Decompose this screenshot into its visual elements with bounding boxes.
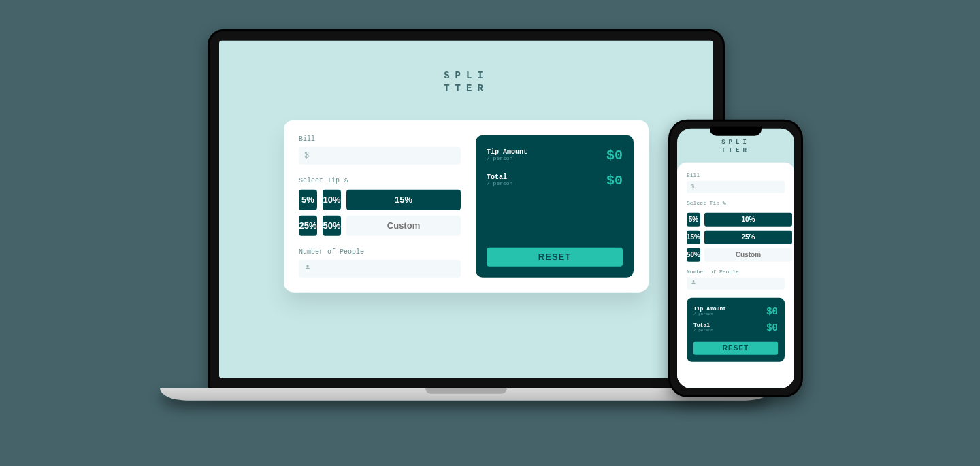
dollar-icon: $: [691, 184, 694, 190]
logo-line-2: TTER: [444, 82, 489, 96]
people-label-mobile: Number of People: [687, 269, 785, 275]
tip-amount-row: Tip Amount / person $0: [487, 147, 623, 163]
tip-amount-row-mobile: Tip Amount / person $0: [693, 306, 778, 317]
results-panel: Tip Amount / person $0 Total / person $0…: [476, 135, 634, 277]
bill-input[interactable]: $: [299, 146, 461, 164]
bill-label: Bill: [299, 135, 461, 142]
tip-option-25-mobile[interactable]: 25%: [704, 231, 792, 244]
tip-amount-sub-mobile: / person: [693, 312, 726, 317]
results-panel-mobile: Tip Amount / person $0 Total / person $0…: [687, 298, 785, 362]
phone-screen: SPLI TTER Bill $ Select Tip % 5% 10% 15%…: [677, 128, 794, 388]
reset-button[interactable]: RESET: [487, 247, 623, 266]
tip-custom-input-mobile[interactable]: [704, 248, 792, 262]
total-value: $0: [606, 172, 623, 188]
phone-bezel: SPLI TTER Bill $ Select Tip % 5% 10% 15%…: [668, 119, 803, 397]
logo-line-1-mobile: SPLI: [677, 137, 794, 146]
tip-amount-value: $0: [606, 147, 623, 163]
tip-option-5-mobile[interactable]: 5%: [687, 213, 700, 227]
people-input-mobile[interactable]: [687, 278, 785, 290]
phone-notch: [710, 126, 762, 135]
bill-label-mobile: Bill: [687, 172, 785, 178]
tip-amount-value-mobile: $0: [766, 306, 778, 317]
tip-option-10-mobile[interactable]: 10%: [704, 213, 792, 227]
app-logo-mobile: SPLI TTER: [677, 137, 794, 154]
person-icon: [304, 263, 311, 273]
laptop-bezel: SPLI TTER Bill $ Select Tip % 5% 10% 15%: [208, 29, 725, 389]
phone-device: SPLI TTER Bill $ Select Tip % 5% 10% 15%…: [668, 119, 803, 397]
app-logo: SPLI TTER: [444, 69, 489, 95]
calculator-card-mobile: Bill $ Select Tip % 5% 10% 15% 25% 50% N…: [677, 163, 794, 388]
tip-options-mobile: 5% 10% 15% 25% 50%: [687, 213, 785, 262]
inputs-panel: Bill $ Select Tip % 5% 10% 15% 25% 50%: [299, 135, 461, 277]
tip-amount-sub: / person: [487, 156, 527, 162]
laptop-screen: SPLI TTER Bill $ Select Tip % 5% 10% 15%: [219, 40, 713, 378]
tip-custom-input[interactable]: [346, 215, 461, 235]
tip-label: Select Tip %: [299, 176, 461, 184]
laptop-hinge-notch: [425, 388, 507, 393]
tip-option-15[interactable]: 15%: [346, 189, 461, 210]
total-row: Total / person $0: [487, 172, 623, 188]
logo-line-2-mobile: TTER: [677, 146, 794, 154]
total-value-mobile: $0: [766, 322, 778, 333]
tip-options: 5% 10% 15% 25% 50%: [299, 189, 461, 235]
bill-input-mobile[interactable]: $: [687, 181, 785, 193]
tip-label-mobile: Select Tip %: [687, 200, 785, 206]
people-label: Number of People: [299, 248, 461, 255]
total-sub-mobile: / person: [693, 329, 713, 333]
tip-option-50-mobile[interactable]: 50%: [687, 248, 700, 262]
tip-option-25[interactable]: 25%: [299, 215, 317, 235]
total-row-mobile: Total / person $0: [693, 322, 778, 333]
logo-line-1: SPLI: [444, 69, 489, 82]
tip-option-15-mobile[interactable]: 15%: [687, 231, 700, 244]
tip-option-10[interactable]: 10%: [323, 189, 341, 210]
total-sub: / person: [487, 181, 512, 187]
tip-option-5[interactable]: 5%: [299, 189, 317, 210]
person-icon: [691, 280, 696, 287]
reset-button-mobile[interactable]: RESET: [693, 342, 778, 355]
tip-option-50[interactable]: 50%: [323, 215, 341, 235]
people-input[interactable]: [299, 259, 461, 277]
dollar-icon: $: [304, 150, 309, 160]
calculator-card: Bill $ Select Tip % 5% 10% 15% 25% 50%: [284, 120, 649, 292]
